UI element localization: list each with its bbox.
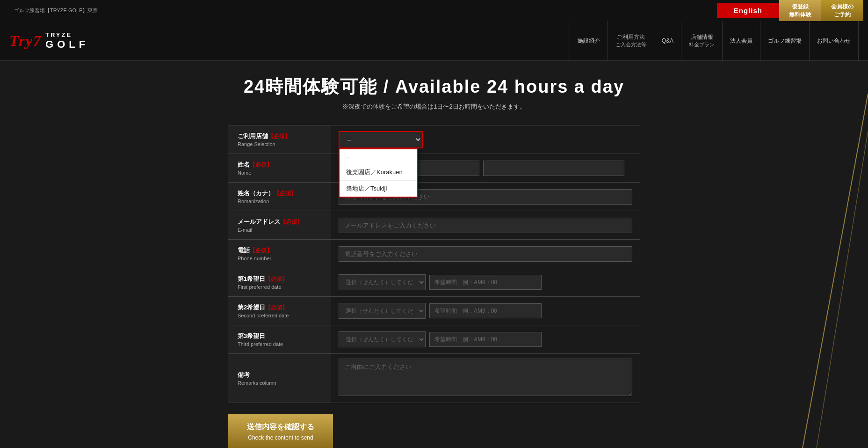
main-nav: 施設紹介 ご利用方法 ご入会方法等 Q&A 店舗情報 料金プラン 法人会員 ゴル… <box>103 21 859 61</box>
kana-label-jp: 姓名（カナ）【必須】 <box>238 189 322 198</box>
kana-label-cell: 姓名（カナ）【必須】 Romanization <box>228 183 331 211</box>
remarks-label-jp: 備考 <box>238 371 322 379</box>
date2-row-inputs: 選択（せんたく）してくだ <box>339 303 632 319</box>
logo-brand: Try7 <box>9 32 42 50</box>
nav-item-usage[interactable]: ご利用方法 ご入会方法等 <box>608 21 654 61</box>
date3-input-cell: 選択（せんたく）してくだ <box>331 325 640 354</box>
store-dropdown: -- 後楽園店／Korakuen 築地店／Tsukiji <box>339 148 418 198</box>
phone-input[interactable] <box>339 246 632 262</box>
date2-select[interactable]: 選択（せんたく）してくだ <box>339 303 426 319</box>
booking-form: ご利用店舗【必須】 Range Selection -- 後楽園店／Koraku… <box>228 125 640 403</box>
svg-line-1 <box>817 131 868 448</box>
email-label-cell: メールアドレス【必須】 E-mail <box>228 211 331 240</box>
first-name-input[interactable] <box>483 161 624 176</box>
date2-label-cell: 第2希望日【必須】 Second preferred date <box>228 297 331 325</box>
store-row: ご利用店舗【必須】 Range Selection -- 後楽園店／Koraku… <box>228 125 640 154</box>
store-select[interactable]: -- 後楽園店／Korakuen 築地店／Tsukiji <box>339 131 423 148</box>
date2-label-en: Second preferred date <box>238 313 322 318</box>
name-label-en: Name <box>238 170 322 176</box>
date3-label-en: Third preferred date <box>238 341 322 347</box>
date3-label-jp: 第3希望日 <box>238 332 322 340</box>
submit-button[interactable]: 送信内容を確認する Check the content to send <box>228 414 333 448</box>
email-label-en: E-mail <box>238 227 322 233</box>
date3-row-inputs: 選択（せんたく）してくだ <box>339 331 632 347</box>
time2-input[interactable] <box>429 303 542 318</box>
required-badge: 【必須】 <box>268 133 290 140</box>
date1-row-inputs: 選択（せんたく）してくだ <box>339 274 632 290</box>
nav-item-contact[interactable]: お問い合わせ <box>809 21 859 61</box>
dd-option-korakuen[interactable]: 後楽園店／Korakuen <box>340 164 417 181</box>
hero-title: 24時間体験可能 / Available 24 hours a day <box>0 75 868 99</box>
svg-line-0 <box>803 94 868 448</box>
trial-button[interactable]: 仮登録 無料体験 <box>779 0 821 21</box>
remarks-row: 備考 Remarks column <box>228 354 640 403</box>
store-label-cell: ご利用店舗【必須】 Range Selection <box>228 125 331 154</box>
store-label-jp: ご利用店舗【必須】 <box>238 132 322 140</box>
hero-subtitle: ※深夜での体験をご希望の場合は1日〜2日お時間をいただきます。 <box>0 103 868 111</box>
header: Try7 TRYZE GOLF 施設紹介 ご利用方法 ご入会方法等 Q&A 店舗… <box>0 21 868 61</box>
date3-select[interactable]: 選択（せんたく）してくだ <box>339 331 426 347</box>
submit-area: 送信内容を確認する Check the content to send <box>219 414 649 448</box>
phone-row: 電話【必須】 Phone number <box>228 240 640 268</box>
date3-label-cell: 第3希望日 Third preferred date <box>228 325 331 354</box>
date3-row: 第3希望日 Third preferred date 選択（せんたく）してくだ <box>228 325 640 354</box>
logo-golf: TRYZE GOLF <box>45 31 89 51</box>
kana-label-en: Romanization <box>238 198 322 204</box>
name-label-jp: 姓名【必須】 <box>238 161 322 169</box>
phone-label-cell: 電話【必須】 Phone number <box>228 240 331 268</box>
remarks-textarea[interactable] <box>339 359 632 396</box>
form-container: ご利用店舗【必須】 Range Selection -- 後楽園店／Koraku… <box>219 125 649 403</box>
email-input-cell <box>331 211 640 240</box>
date1-input-cell: 選択（せんたく）してくだ <box>331 268 640 297</box>
date2-label-jp: 第2希望日【必須】 <box>238 303 322 312</box>
remarks-label-cell: 備考 Remarks column <box>228 354 331 403</box>
top-right-buttons: 仮登録 無料体験 会員様の ご予約 <box>779 0 863 21</box>
store-select-wrapper: -- 後楽園店／Korakuen 築地店／Tsukiji -- 後楽園店／Kor… <box>339 131 423 148</box>
nav-item-golf-range[interactable]: ゴルフ練習場 <box>760 21 809 61</box>
phone-input-cell <box>331 240 640 268</box>
date1-label-cell: 第1希望日【必須】 First preferred date <box>228 268 331 297</box>
store-input-cell: -- 後楽園店／Korakuen 築地店／Tsukiji -- 後楽園店／Kor… <box>331 125 640 154</box>
nav-item-facilities[interactable]: 施設紹介 <box>570 21 608 61</box>
date1-label-jp: 第1希望日【必須】 <box>238 275 322 283</box>
date1-row: 第1希望日【必須】 First preferred date 選択（せんたく）し… <box>228 268 640 297</box>
date2-row: 第2希望日【必須】 Second preferred date 選択（せんたく）… <box>228 297 640 325</box>
date2-input-cell: 選択（せんたく）してくだ <box>331 297 640 325</box>
name-row: 姓名【必須】 Name <box>228 154 640 183</box>
store-label-en: Range Selection <box>238 141 322 147</box>
logo-area: Try7 TRYZE GOLF <box>9 31 103 51</box>
date1-select[interactable]: 選択（せんたく）してくだ <box>339 274 426 290</box>
top-bar: ゴルフ練習場【TRYZE GOLF】東京 English 仮登録 無料体験 会員… <box>0 0 868 21</box>
phone-label-en: Phone number <box>238 256 322 261</box>
site-name: ゴルフ練習場【TRYZE GOLF】東京 <box>5 7 98 14</box>
kana-row: 姓名（カナ）【必須】 Romanization <box>228 183 640 211</box>
time1-input[interactable] <box>429 275 542 290</box>
dd-blank[interactable]: -- <box>340 149 417 164</box>
dd-option-tsukiji[interactable]: 築地店／Tsukiji <box>340 181 417 197</box>
remarks-input-cell <box>331 354 640 403</box>
phone-label-jp: 電話【必須】 <box>238 246 322 255</box>
date1-label-en: First preferred date <box>238 284 322 290</box>
email-row: メールアドレス【必須】 E-mail <box>228 211 640 240</box>
nav-item-qa[interactable]: Q&A <box>654 21 681 61</box>
nav-item-corporate[interactable]: 法人会員 <box>722 21 760 61</box>
remarks-label-en: Remarks column <box>238 380 322 386</box>
email-input[interactable] <box>339 218 632 233</box>
hero-section: 24時間体験可能 / Available 24 hours a day ※深夜で… <box>0 61 868 116</box>
email-label-jp: メールアドレス【必須】 <box>238 218 322 226</box>
reservation-button[interactable]: 会員様の ご予約 <box>821 0 863 21</box>
time3-input[interactable] <box>429 332 542 347</box>
name-label-cell: 姓名【必須】 Name <box>228 154 331 183</box>
nav-item-store[interactable]: 店舗情報 料金プラン <box>681 21 722 61</box>
english-button[interactable]: English <box>717 3 779 18</box>
